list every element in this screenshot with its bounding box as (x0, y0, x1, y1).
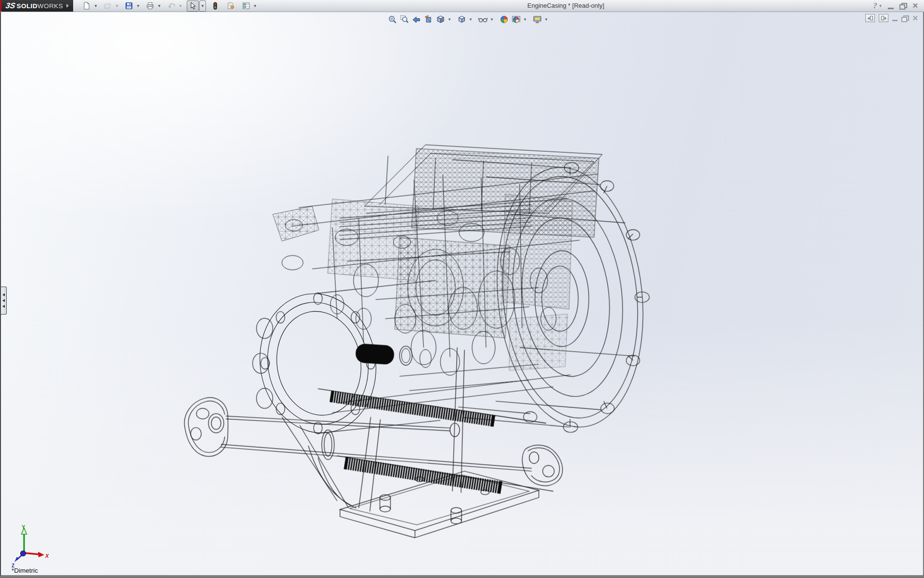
solidworks-logo-solid: SOLID (17, 2, 38, 10)
chevron-left-icon (2, 305, 5, 308)
help-button[interactable]: ? ▼ (873, 1, 883, 11)
options-button[interactable] (240, 0, 252, 12)
new-document-button[interactable] (81, 0, 93, 12)
print-dropdown[interactable]: ▼ (156, 1, 162, 11)
options-dropdown[interactable]: ▼ (252, 1, 258, 11)
pane-toggle-right-button[interactable] (879, 14, 888, 22)
title-bar: 3S SOLIDWORKS ▼ (0, 0, 924, 12)
zoom-to-fit-button[interactable] (387, 14, 398, 25)
headsup-view-toolbar: ▼ ▼ ▼ (387, 14, 549, 25)
minimize-button[interactable] (888, 3, 894, 9)
model-wireframe[interactable] (1, 12, 923, 575)
sheet-hand-icon (227, 2, 235, 10)
coordinate-triad: Y X Z (7, 524, 51, 568)
zoom-fit-icon (388, 15, 397, 24)
menu-expand-arrow[interactable] (64, 4, 71, 8)
solidworks-window: 3S SOLIDWORKS ▼ (0, 0, 924, 578)
base-plate[interactable] (308, 347, 539, 538)
glasses-icon (478, 15, 488, 24)
chevron-left-icon (2, 293, 5, 296)
edit-appearance-button[interactable] (499, 14, 510, 25)
display-style-icon (457, 15, 466, 24)
triad-x-label: X (45, 553, 49, 559)
open-document-button[interactable] (102, 0, 114, 12)
view-orientation-dropdown[interactable]: ▼ (447, 17, 452, 22)
print-button[interactable] (144, 0, 156, 12)
display-style-button[interactable] (456, 14, 467, 25)
view-orientation-label: *Dimetric (12, 567, 38, 574)
collapse-right-icon (885, 17, 886, 20)
scene-sphere-icon (512, 15, 521, 24)
view-settings-button[interactable] (532, 14, 543, 25)
zoom-to-area-button[interactable] (399, 14, 410, 25)
save-floppy-icon (125, 2, 133, 10)
undo-arrow-icon (167, 2, 176, 10)
coil-springs[interactable] (318, 389, 553, 494)
select-tool-dropdown[interactable]: ▼ (199, 0, 206, 12)
graphics-area[interactable]: ▼ ▼ ▼ (0, 12, 923, 577)
printer-icon (146, 2, 154, 10)
save-button[interactable] (123, 0, 135, 12)
zoom-area-icon (400, 15, 409, 24)
window-controls: ? ▼ ✕ (871, 0, 924, 12)
pane-box-icon (881, 16, 884, 20)
hide-show-items-button[interactable] (477, 14, 488, 25)
chevron-left-icon (2, 299, 5, 302)
solidworks-menu-button[interactable]: 3S SOLIDWORKS (0, 0, 73, 12)
feature-tree-collapsed-tab[interactable] (1, 287, 7, 315)
section-view-button[interactable] (423, 14, 434, 25)
previous-view-button[interactable] (411, 14, 422, 25)
undo-dropdown[interactable]: ▼ (178, 1, 183, 11)
close-button[interactable]: ✕ (912, 1, 918, 10)
apply-scene-button[interactable] (511, 14, 522, 25)
triad-y-label: Y (22, 524, 26, 530)
pane-box-icon (870, 16, 873, 20)
help-dropdown[interactable]: ▼ (879, 4, 883, 8)
display-style-dropdown[interactable]: ▼ (468, 17, 473, 22)
document-minimize-button[interactable] (892, 15, 898, 21)
traffic-light-icon (212, 2, 218, 10)
new-document-icon (83, 2, 90, 10)
apply-scene-dropdown[interactable]: ▼ (523, 17, 527, 22)
view-orientation-icon (436, 15, 445, 24)
appearance-sphere-icon (500, 15, 509, 24)
document-restore-button[interactable] (901, 15, 908, 21)
chevron-right-icon (66, 4, 69, 8)
view-orientation-button[interactable] (435, 14, 446, 25)
crankcase-dense-geometry[interactable] (273, 149, 599, 371)
select-tool-button[interactable] (187, 0, 199, 12)
monitor-icon (533, 15, 542, 24)
document-close-button[interactable]: ✕ (912, 14, 918, 22)
pane-toggle-left-button[interactable] (865, 14, 875, 22)
new-document-dropdown[interactable]: ▼ (93, 1, 99, 11)
previous-view-icon (412, 15, 421, 24)
save-dropdown[interactable]: ▼ (135, 1, 141, 11)
collapse-left-icon (868, 17, 870, 20)
standard-toolbar: ▼ ▼ (81, 0, 261, 12)
section-view-icon (424, 15, 433, 24)
restore-button[interactable] (899, 3, 906, 9)
select-cursor-icon (189, 2, 196, 10)
undo-button[interactable] (166, 0, 178, 12)
file-properties-button[interactable] (225, 0, 237, 12)
hide-show-items-dropdown[interactable]: ▼ (489, 17, 494, 22)
document-window-controls: ✕ (865, 14, 918, 22)
open-document-dropdown[interactable]: ▼ (114, 1, 120, 11)
rebuild-button[interactable] (209, 0, 221, 12)
solidworks-logo-glyph: 3S (0, 1, 17, 10)
solidworks-logo-works: WORKS (38, 2, 63, 10)
view-settings-dropdown[interactable]: ▼ (544, 17, 549, 22)
document-title: EngineCasing * [Read-only] (261, 0, 871, 12)
options-checklist-icon (242, 2, 250, 10)
question-mark-icon: ? (873, 1, 877, 11)
open-folder-icon (104, 2, 112, 10)
